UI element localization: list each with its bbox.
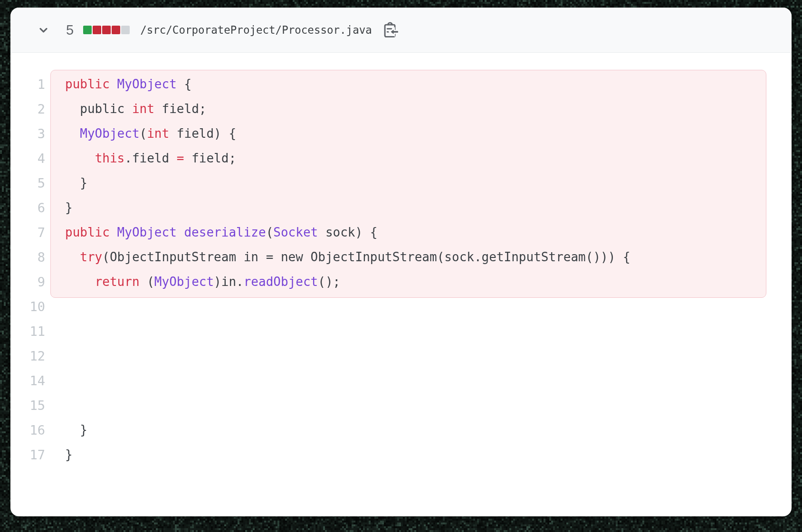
- file-path: /src/CorporateProject/Processor.java: [140, 24, 372, 36]
- line-number: 4: [10, 151, 45, 166]
- code-token: (ObjectInputStream in = new ObjectInputS…: [102, 250, 630, 264]
- code-viewer-window: 5 /src/CorporateProject/Processor.java 1…: [10, 8, 792, 516]
- line-number: 14: [10, 373, 45, 388]
- code-line-text: return (MyObject)in.readObject();: [45, 275, 340, 289]
- code-token: [110, 77, 117, 91]
- line-number: 7: [10, 225, 45, 240]
- chevron-down-icon: [37, 24, 50, 37]
- code-token: field;: [184, 151, 236, 165]
- line-number: 15: [10, 398, 45, 413]
- severity-square: [83, 26, 92, 34]
- code-line: 17}: [10, 442, 792, 467]
- code-token: }: [65, 200, 73, 215]
- code-token: [110, 225, 117, 239]
- code-editor: 1public MyObject {2 public int field;3 M…: [10, 53, 792, 467]
- code-token: [65, 275, 95, 289]
- line-number: 17: [10, 447, 45, 462]
- code-lines-container: 1public MyObject {2 public int field;3 M…: [10, 72, 792, 467]
- line-number: 12: [10, 349, 45, 363]
- code-line: 12: [10, 343, 792, 368]
- code-token: ();: [318, 275, 340, 289]
- code-line: 15: [10, 393, 792, 418]
- code-line-text: }: [45, 447, 73, 462]
- code-token: try: [80, 250, 102, 264]
- code-token: (: [140, 275, 154, 289]
- code-line-text: }: [45, 423, 87, 437]
- code-token: field;: [154, 102, 207, 116]
- code-token: MyObject: [154, 275, 214, 289]
- line-number: 10: [10, 299, 45, 314]
- code-line: 8 try(ObjectInputStream in = new ObjectI…: [10, 245, 792, 269]
- code-token: MyObject: [117, 77, 177, 91]
- line-number: 5: [10, 176, 45, 190]
- code-token: int: [132, 102, 154, 116]
- code-token: sock) {: [318, 225, 377, 239]
- severity-square: [121, 26, 130, 34]
- code-token: {: [177, 77, 191, 91]
- line-number: 2: [10, 102, 45, 116]
- line-number: 11: [10, 324, 45, 339]
- code-token: Socket: [273, 225, 318, 239]
- code-token: field) {: [169, 126, 236, 141]
- code-line: 9 return (MyObject)in.readObject();: [10, 269, 792, 294]
- code-token: deserialize: [184, 225, 266, 239]
- line-number: 16: [10, 423, 45, 437]
- code-token: public: [65, 102, 132, 116]
- clipboard-paste-icon: [382, 21, 399, 39]
- code-line-text: public MyObject {: [45, 77, 191, 91]
- finding-count: 5: [66, 22, 74, 38]
- code-token: readObject: [244, 275, 318, 289]
- code-token: public: [65, 77, 110, 91]
- code-line: 3 MyObject(int field) {: [10, 121, 792, 146]
- severity-square: [112, 26, 120, 34]
- code-line: 6}: [10, 195, 792, 220]
- code-token: (: [266, 225, 274, 239]
- code-line-text: try(ObjectInputStream in = new ObjectInp…: [45, 250, 630, 264]
- code-token: .field: [124, 151, 177, 165]
- code-token: }: [65, 423, 87, 437]
- code-line-text: MyObject(int field) {: [45, 126, 236, 141]
- code-token: [177, 225, 184, 239]
- code-token: this: [95, 151, 125, 165]
- severity-square: [93, 26, 101, 34]
- file-header: 5 /src/CorporateProject/Processor.java: [10, 8, 792, 53]
- code-line-text: }: [45, 176, 87, 190]
- line-number: 9: [10, 275, 45, 289]
- line-number: 1: [10, 77, 45, 92]
- code-line-text: this.field = field;: [45, 151, 236, 165]
- collapse-button[interactable]: [37, 23, 50, 37]
- code-token: [65, 250, 80, 264]
- code-line-text: public int field;: [45, 102, 206, 116]
- code-line: 16 }: [10, 418, 792, 442]
- code-token: )in.: [214, 275, 244, 289]
- code-line: 2 public int field;: [10, 96, 792, 121]
- line-number: 3: [10, 126, 45, 141]
- line-number: 8: [10, 250, 45, 265]
- code-line: 11: [10, 319, 792, 343]
- code-line-text: public MyObject deserialize(Socket sock)…: [45, 225, 377, 239]
- code-token: }: [65, 447, 73, 462]
- code-line: 14: [10, 368, 792, 393]
- paste-button[interactable]: [382, 21, 400, 39]
- code-token: public: [65, 225, 110, 239]
- code-token: int: [147, 126, 169, 141]
- code-line: 7public MyObject deserialize(Socket sock…: [10, 220, 792, 245]
- severity-square: [102, 26, 111, 34]
- line-number: 6: [10, 200, 45, 215]
- code-line: 5 }: [10, 171, 792, 195]
- code-token: (: [140, 126, 147, 141]
- code-token: =: [177, 151, 184, 165]
- code-line: 4 this.field = field;: [10, 146, 792, 171]
- code-token: MyObject: [80, 126, 139, 141]
- severity-meter: [83, 26, 130, 34]
- code-line-text: }: [45, 200, 73, 215]
- code-line: 10: [10, 294, 792, 319]
- code-token: [65, 126, 80, 141]
- code-token: return: [95, 275, 140, 289]
- code-token: [65, 151, 95, 165]
- code-token: MyObject: [117, 225, 177, 239]
- code-token: }: [65, 176, 87, 190]
- code-line: 1public MyObject {: [10, 72, 792, 96]
